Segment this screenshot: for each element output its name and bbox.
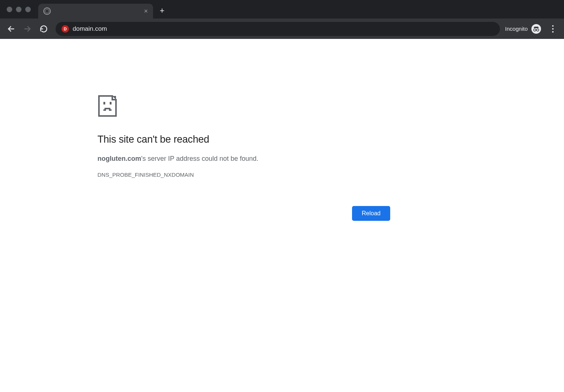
reload-nav-button[interactable] [37, 22, 50, 36]
url-text: domain.com [73, 25, 107, 33]
incognito-indicator: Incognito [505, 24, 541, 34]
incognito-icon[interactable] [531, 24, 541, 34]
error-description-suffix: 's server IP address could not be found. [141, 155, 258, 162]
svg-rect-6 [110, 102, 112, 104]
svg-point-2 [534, 29, 536, 31]
arrow-left-icon [7, 25, 15, 33]
window-minimize-button[interactable] [16, 7, 21, 12]
reload-button[interactable]: Reload [352, 206, 390, 221]
toolbar: D domain.com Incognito [0, 19, 564, 39]
error-title: This site can't be reached [97, 134, 564, 145]
sad-page-icon [97, 94, 564, 119]
new-tab-button[interactable]: + [160, 7, 165, 15]
browser-tab[interactable]: × [38, 4, 153, 19]
error-domain: nogluten.com [97, 155, 141, 162]
close-tab-icon[interactable]: × [144, 8, 148, 14]
incognito-label: Incognito [505, 26, 528, 32]
window-controls [7, 7, 31, 12]
error-page: This site can't be reached nogluten.com'… [0, 39, 564, 221]
svg-rect-5 [103, 102, 105, 104]
svg-point-3 [537, 29, 539, 31]
back-button[interactable] [4, 22, 18, 36]
error-code: DNS_PROBE_FINISHED_NXDOMAIN [97, 172, 564, 178]
site-favicon-icon: D [62, 25, 69, 33]
arrow-right-icon [23, 25, 31, 33]
menu-button[interactable] [546, 22, 560, 36]
reload-section: Reload [97, 206, 390, 221]
menu-dots-icon [552, 25, 554, 27]
window-close-button[interactable] [7, 7, 12, 12]
browser-chrome: × + D domain.com Incognito [0, 0, 564, 39]
window-maximize-button[interactable] [25, 7, 31, 12]
reload-icon [40, 25, 48, 33]
address-bar[interactable]: D domain.com [56, 22, 500, 36]
forward-button[interactable] [21, 22, 34, 36]
tab-strip: × + [0, 0, 564, 19]
globe-icon [43, 7, 51, 15]
error-description: nogluten.com's server IP address could n… [97, 155, 564, 163]
spy-icon [533, 26, 540, 31]
